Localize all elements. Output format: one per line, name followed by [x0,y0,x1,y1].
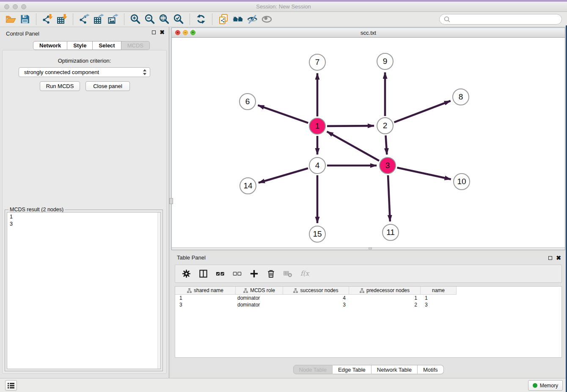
column-header-MCDS-role[interactable]: MCDS role [236,287,283,295]
table-cell: 4 [283,295,349,301]
table-row[interactable]: 1dominator411 [175,295,561,301]
import-table-button[interactable] [55,13,69,26]
refresh-button[interactable] [194,13,208,26]
mcds-result-title: MCDS result (2 nodes) [8,207,65,213]
birdseye-view-button[interactable] [259,13,274,26]
export-table-button[interactable] [91,13,106,26]
hide-graphics-details-button[interactable] [245,13,259,26]
splitter-handle[interactable] [169,198,173,204]
tab-edge-table[interactable]: Edge Table [333,365,372,374]
graph-node-11[interactable]: 11 [382,224,399,241]
settings-button[interactable] [181,268,192,279]
column-header-successor-nodes[interactable]: successor nodes [283,287,349,295]
zoom-selected-button[interactable] [171,13,186,26]
graph-node-3[interactable]: 3 [379,157,396,174]
save-session-button[interactable] [18,13,32,26]
run-mcds-button[interactable]: Run MCDS [40,81,80,91]
workspace-area: × − + scc.txt 7968124314101511 Table Pan… [171,27,566,378]
tab-motifs[interactable]: Motifs [418,365,444,374]
table-cell: 3 [175,301,236,308]
open-session-button[interactable] [3,13,18,26]
graph-node-2[interactable]: 2 [377,117,394,134]
table-row[interactable]: 3dominator323 [175,301,561,308]
tab-select[interactable]: Select [93,41,121,50]
control-panel: Control Panel ✖ NetworkStyleSelectMCDS O… [0,27,169,378]
table-cell: 1 [421,295,457,301]
zoom-in-button[interactable] [128,13,143,26]
graph-node-6[interactable]: 6 [239,93,256,110]
add-row-button[interactable] [249,268,259,279]
home-button[interactable] [231,13,245,26]
control-panel-title: Control Panel [6,30,39,37]
tab-network[interactable]: Network [33,41,67,50]
close-panel-icon[interactable]: ✖ [160,30,165,34]
table-panel-title: Table Panel [177,254,206,261]
list-icon [6,381,16,390]
window-titlebar: Session: New Session [0,2,567,12]
criterion-value: strongly connected component [24,69,143,75]
function-builder-button: f(x) [300,268,310,279]
zoom-out-button[interactable] [143,13,157,26]
tab-mcds[interactable]: MCDS [121,41,150,50]
memory-status-icon [533,383,537,388]
column-header-name[interactable]: name [421,287,457,295]
search-input[interactable] [453,16,558,23]
float-panel-icon[interactable] [152,30,156,34]
columns-button[interactable] [198,268,209,279]
memory-button[interactable]: Memory [528,380,563,391]
graph-node-9[interactable]: 9 [377,53,394,70]
graph-node-15[interactable]: 15 [309,226,326,243]
table-cell: 3 [421,301,457,308]
graph-edges [172,38,565,247]
network-window-titlebar[interactable]: × − + scc.txt [172,28,565,38]
delete-row-button[interactable] [266,268,276,279]
table-cell: 1 [175,295,236,301]
table-panel: Table Panel ✖ f(x) shared nameMCDS roles… [171,253,565,376]
control-panel-tabs: NetworkStyleSelectMCDS [33,41,150,50]
table-cell: 1 [349,295,421,301]
zoom-fit-button[interactable] [157,13,171,26]
network-canvas[interactable]: 7968124314101511 [172,38,565,247]
tab-network-table[interactable]: Network Table [372,365,418,374]
criterion-select[interactable]: strongly connected component [19,67,150,77]
frame-bottom-edge [172,247,565,250]
table-cell: dominator [236,301,283,308]
frame-resize-grip[interactable] [369,247,372,249]
select-all-button[interactable] [215,268,226,279]
close-table-panel-icon[interactable]: ✖ [556,256,561,260]
tab-node-table[interactable]: Node Table [293,365,333,374]
network-view-window: × − + scc.txt 7968124314101511 [171,28,565,250]
table-cell: 2 [349,301,421,308]
graph-node-10[interactable]: 10 [453,173,470,190]
column-header-shared-name[interactable]: shared name [175,287,236,295]
network-window-title: scc.txt [172,30,565,36]
graph-node-7[interactable]: 7 [309,54,326,71]
desktop-edge-top [0,0,567,2]
column-header-predecessor-nodes[interactable]: predecessor nodes [349,287,421,295]
duplicate-network-button[interactable] [216,13,231,26]
tab-style[interactable]: Style [67,41,93,50]
node-table: shared nameMCDS rolesuccessor nodesprede… [175,286,562,358]
graph-node-14[interactable]: 14 [239,177,256,194]
export-network-button[interactable] [77,13,91,26]
mcds-panel: Optimization criterion: strongly connect… [2,50,167,374]
table-cell: dominator [236,295,283,301]
table-cell: 3 [283,301,349,308]
task-history-button[interactable] [5,380,17,391]
toolbar-separator [73,14,73,25]
import-network-button[interactable] [40,13,55,26]
float-table-panel-icon[interactable] [548,256,552,260]
delete-table-button [283,268,293,279]
mcds-result-text[interactable]: 1 3 [7,212,161,369]
toolbar-separator [212,14,212,25]
close-panel-button[interactable]: Close panel [85,81,130,91]
search-box[interactable] [439,14,562,25]
deselect-all-button[interactable] [232,268,242,279]
graph-node-4[interactable]: 4 [309,157,326,174]
export-image-button[interactable] [106,13,120,26]
graph-node-1[interactable]: 1 [309,118,326,135]
search-icon [443,16,451,23]
graph-node-8[interactable]: 8 [452,88,469,105]
result-scrollbar[interactable] [157,213,160,369]
memory-label: Memory [540,383,558,389]
